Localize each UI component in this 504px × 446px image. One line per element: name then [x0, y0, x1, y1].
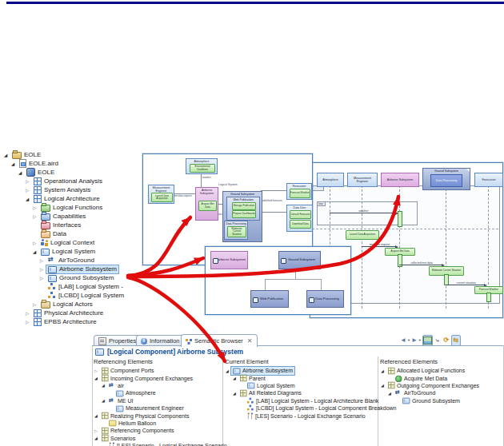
tree-item[interactable]: EOLE.aird [2, 159, 145, 168]
function-box[interactable]: Manage Publication [232, 202, 256, 210]
expander-icon[interactable] [94, 428, 100, 434]
tree-item[interactable]: [LAB] Logical System - [2, 282, 145, 291]
tree-item[interactable]: Logical Context [2, 238, 145, 247]
expander-icon[interactable] [388, 390, 394, 396]
tab-properties[interactable]: Properties [94, 335, 141, 346]
tab-semantic-browser[interactable]: Semantic Browser✕ [181, 334, 258, 347]
browser-item[interactable]: Component Ports [93, 367, 221, 374]
expander-icon[interactable] [40, 275, 46, 281]
lcbd-diagram-canvas[interactable]: Airborne Subsystem Ground Subsystem Web … [205, 246, 351, 315]
expander-icon[interactable] [33, 240, 39, 246]
actor-atmosphere[interactable]: Atmosphere Environmental Conditions [186, 158, 218, 174]
lifeline-header-measurement-engineer[interactable]: Measurement Engineer [347, 173, 378, 187]
expander-icon[interactable] [94, 375, 100, 381]
expander-icon[interactable] [11, 161, 18, 167]
lifeline-header-data-processing[interactable]: Data Processing [430, 174, 462, 187]
browser-item[interactable]: Ground Subsystem [379, 397, 502, 404]
node-web-publication[interactable]: Web Publication [250, 290, 289, 308]
browser-item-airborne-subsystem[interactable]: Airborne Subsystem [224, 367, 376, 374]
browser-item[interactable]: ME UI [93, 397, 221, 404]
browser-item[interactable]: [LAB] Logical System - Logical Architect… [224, 397, 376, 404]
node-data-processing[interactable]: Data Processing [306, 290, 344, 308]
expander-icon[interactable] [26, 310, 32, 317]
browser-item[interactable]: Realizing Physical Components [93, 412, 221, 419]
tree-item[interactable]: AirToGround [2, 256, 145, 265]
browser-item[interactable]: Scenarios [93, 435, 221, 442]
expander-icon[interactable] [102, 382, 107, 388]
tree-item[interactable]: Logical Functions [2, 203, 145, 212]
function-box[interactable]: Launch Data Acquisition [151, 193, 173, 202]
tree-item[interactable]: Capabilities [2, 212, 145, 221]
function-box[interactable]: Consult Forecasts [290, 210, 311, 219]
browser-item[interactable]: [LES] Scenario - Logical Exchange Scenar… [224, 412, 376, 419]
expander-icon[interactable] [18, 169, 25, 176]
function-box[interactable]: Acquire Met Data [198, 201, 217, 211]
browser-item[interactable]: Measurement Engineer [93, 404, 221, 412]
message-weather[interactable]: weather [330, 206, 398, 213]
expander-icon[interactable] [26, 196, 32, 202]
message-met-data-request[interactable]: met data request [362, 240, 398, 247]
browser-item[interactable]: Logical System [224, 382, 376, 389]
browser-item[interactable]: Referencing Components [93, 427, 221, 434]
expander-icon[interactable] [33, 205, 39, 211]
message-collected-met-data[interactable]: collected met data [399, 258, 444, 265]
browser-item[interactable]: AirToGround [379, 389, 502, 396]
expander-icon[interactable] [94, 412, 100, 419]
tree-item[interactable]: Logical Architecture [2, 194, 145, 203]
expander-icon[interactable] [40, 266, 46, 273]
navigate-button[interactable]: ⤷ [434, 336, 442, 345]
expander-icon[interactable] [40, 257, 46, 264]
message-current-situation[interactable]: current situation [446, 278, 486, 285]
expander-icon[interactable] [381, 368, 386, 374]
lifeline-header-atmosphere[interactable]: Atmosphere [317, 173, 344, 187]
refresh-button[interactable]: ⟳ [442, 336, 450, 345]
lifeline-header-airborne-subsystem[interactable]: Airborne Subsystem [381, 173, 419, 187]
expander-icon[interactable] [33, 301, 39, 308]
expander-icon[interactable] [4, 152, 10, 158]
browser-item[interactable]: Helium Balloon [93, 420, 221, 427]
tree-item[interactable]: Physical Architecture [2, 309, 145, 317]
function-box[interactable]: Prepare Dashboards [232, 210, 256, 218]
tree-item[interactable]: [LCBD] Logical System [2, 291, 145, 300]
node-ground-subsystem[interactable]: Ground Subsystem [278, 251, 321, 269]
browser-item[interactable]: [LES] Scenario - Logical Exchange Scenar… [93, 442, 221, 446]
expander-icon[interactable] [94, 368, 100, 374]
function-box[interactable]: Download Data [290, 220, 311, 229]
tab-information[interactable]: Information [136, 335, 185, 346]
close-icon[interactable]: ✕ [247, 338, 253, 344]
component-ground-subsystem[interactable]: Ground Subsystem Web Publication Manage … [222, 191, 262, 242]
browser-item[interactable]: Outgoing Component Exchanges [379, 382, 502, 389]
component-data-processing[interactable]: Data Processing Elaborate Current Situat… [224, 221, 248, 240]
column-separator[interactable] [222, 356, 223, 446]
tree-item[interactable]: Data [2, 229, 145, 238]
browser-item[interactable]: Atmosphere [93, 389, 221, 396]
expander-icon[interactable] [26, 187, 32, 193]
function-box[interactable]: Forecast Weather [290, 189, 310, 198]
tree-item[interactable]: Operational Analysis [2, 177, 145, 185]
expander-icon[interactable] [381, 382, 386, 388]
expander-icon[interactable] [33, 213, 39, 220]
actor-measurement-engineer[interactable]: Measurement Engineer Launch Data Acquisi… [148, 185, 174, 204]
expander-icon[interactable] [33, 249, 39, 255]
tree-item[interactable]: EOLE [2, 168, 145, 177]
browser-item[interactable]: [LCBD] Logical System - Logical Componen… [224, 404, 376, 412]
sync-button[interactable]: ⇆ [451, 335, 461, 346]
forward-button[interactable]: ►▼ [411, 336, 422, 345]
tree-item[interactable]: EPBS Architecture [2, 317, 145, 326]
tree-item[interactable]: Ground Subsystem [2, 273, 145, 282]
expander-icon[interactable] [233, 390, 238, 396]
node-airborne-subsystem[interactable]: Airborne Subsystem [210, 251, 248, 269]
activity-launch-data-acquisition[interactable]: Launch Data Acquisition [346, 230, 379, 240]
browser-item[interactable]: Acquire Met Data [379, 374, 502, 381]
expander-icon[interactable] [102, 397, 107, 404]
tree-item[interactable]: System Analysis [2, 185, 145, 194]
function-box[interactable]: Environmental Conditions [190, 164, 215, 173]
actor-forecaster[interactable]: Forecaster Forecast Weather [286, 183, 312, 200]
lifeline-header-forecaster[interactable]: Forecaster [474, 173, 503, 187]
browser-item[interactable]: Incoming Component Exchanges [93, 374, 221, 381]
expander-icon[interactable] [94, 435, 100, 441]
function-box[interactable]: Elaborate Current Situation [227, 226, 246, 237]
expander-icon[interactable] [226, 368, 231, 374]
browser-item[interactable]: air [93, 382, 221, 389]
expander-icon[interactable] [26, 178, 32, 185]
